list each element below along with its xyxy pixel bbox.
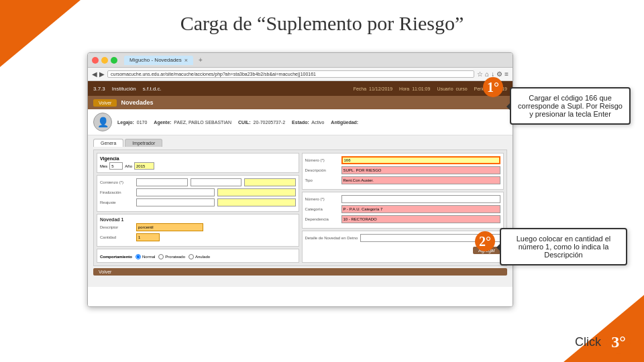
bottom-bar: Volver — [93, 268, 507, 276]
categoria-input[interactable] — [341, 205, 501, 213]
categoria-row: Categoría — [305, 205, 501, 213]
browser-chrome: Migucho - Novedades × + — [88, 53, 513, 68]
vigencia-mes-input[interactable] — [109, 162, 123, 170]
form-tabs: Genera Impetrador — [93, 139, 507, 147]
fin-anio[interactable] — [217, 188, 296, 196]
form-area: Genera Impetrador Vigencia Mes Año — [88, 135, 513, 287]
menu-icon[interactable]: ≡ — [504, 70, 508, 78]
browser-minimize-btn[interactable] — [101, 57, 108, 64]
reajuste-row: Reajuste — [100, 198, 296, 206]
cuil-field: CUIL: 20-70205737-2 — [238, 120, 285, 125]
avatar: 👤 — [93, 113, 112, 131]
numero-input[interactable] — [341, 156, 501, 164]
callout-2-text: Luego colocar en cantidad el número 1, c… — [517, 235, 611, 259]
dates-section: Comienzo (*) Finalización — [97, 175, 299, 212]
comportamiento-row: Comportamiento Normal Prorateado Anulado — [100, 254, 296, 259]
detalle-section: Detalle de Novedad en Detno Agregar — [302, 231, 504, 263]
comienzo-anio[interactable] — [244, 178, 296, 186]
browser-window: Migucho - Novedades × + ◀ ▶ cursomacuche… — [87, 52, 513, 307]
form-left: Vigencia Mes Año Comienzo (*) — [97, 153, 299, 263]
app-hora: Hora 11:01:09 — [399, 86, 430, 91]
radio-normal[interactable]: Normal — [136, 254, 155, 259]
person-info-bar: 👤 Legajo: 0170 Agente: PAEZ, PABLO SEBAS… — [88, 109, 513, 135]
hora-value: 11:01:09 — [412, 86, 430, 91]
comienzo-mes[interactable] — [191, 178, 242, 186]
app-institution: Institución — [112, 86, 136, 92]
numero-section: Número (*) Descripción Tipo — [302, 153, 504, 190]
app-header: 3.7.3 Institución s.f.t.d.c. Fecha 11/12… — [88, 81, 513, 96]
vigencia-anio-input[interactable] — [134, 162, 154, 170]
comienzo-dia[interactable] — [136, 178, 188, 186]
descripcion-row: Descripción — [305, 166, 501, 174]
numero2-row: Número (*) — [305, 195, 501, 203]
comienzo-row: Comienzo (*) — [100, 178, 296, 186]
hora-label: Hora — [399, 86, 409, 91]
usuario-value: curso — [455, 86, 467, 91]
browser-maximize-btn[interactable] — [111, 57, 117, 64]
tab-impetrador[interactable]: Impetrador — [125, 139, 162, 147]
agente-field: Agente: PAEZ, PABLO SEBASTIAN — [154, 120, 231, 125]
form-right: Número (*) Descripción Tipo — [302, 153, 504, 263]
callout-2: Luego colocar en cantidad el número 1, c… — [500, 228, 627, 265]
categoria-section: Número (*) Categoría Dependencia — [302, 192, 504, 229]
app-fecha: Fecha 11/12/2019 — [354, 86, 392, 91]
home-icon[interactable]: ⌂ — [485, 70, 489, 78]
descriptor-input[interactable] — [136, 223, 203, 231]
fecha-label: Fecha — [354, 86, 366, 91]
app-sub-institution: s.f.t.d.c. — [143, 86, 162, 92]
browser-close-btn[interactable] — [92, 57, 99, 64]
radio-prorateado[interactable]: Prorateado — [158, 254, 185, 259]
dependencia-input[interactable] — [341, 215, 501, 223]
tipo-row: Tipo — [305, 176, 501, 184]
comportamiento-section: Comportamiento Normal Prorateado Anulado — [97, 249, 299, 263]
fecha-value: 11/12/2019 — [369, 86, 392, 91]
browser-urlbar: ◀ ▶ cursomacuche.uns.edu.ar/site/macuche… — [88, 68, 513, 81]
settings-icon[interactable]: ⚙ — [496, 70, 502, 78]
dependencia-row: Dependencia — [305, 215, 501, 223]
nav-buttons: ◀ ▶ — [92, 70, 105, 78]
url-bar[interactable]: cursomacuche.uns.edu.ar/site/macuche/acc… — [107, 70, 474, 78]
browser-tab[interactable]: Migucho - Novedades × — [124, 56, 193, 65]
nav-back-icon[interactable]: ◀ — [92, 70, 97, 78]
app-version: 3.7.3 — [93, 86, 105, 92]
step-1-badge: 1° — [483, 77, 503, 97]
descripcion-input[interactable] — [341, 166, 501, 174]
main-toolbar: Volver Novedades — [88, 96, 513, 109]
descriptor-row: Descriptor — [100, 223, 296, 231]
callout-3-area: Click 3° — [575, 330, 631, 354]
browser-new-tab[interactable]: + — [199, 56, 203, 64]
reajuste-mes[interactable] — [136, 198, 215, 206]
vigencia-label: Vigencia — [100, 156, 296, 161]
volver-button[interactable]: Volver — [93, 99, 117, 107]
callout-1-text: Cargar el código 166 que corresponde a S… — [518, 94, 623, 118]
cantidad-input[interactable] — [136, 233, 160, 241]
star-icon[interactable]: ☆ — [477, 70, 483, 78]
vigencia-section: Vigencia Mes Año — [97, 153, 299, 173]
numero-row: Número (*) — [305, 156, 501, 164]
estado-field: Estado: Activo — [292, 120, 324, 125]
fin-mes[interactable] — [136, 188, 215, 196]
novedad-section: Novedad 1 Descriptor Cantidad — [97, 214, 299, 247]
browser-tab-label: Migucho - Novedades — [129, 57, 182, 63]
browser-tab-close[interactable]: × — [184, 57, 188, 64]
radio-anulado[interactable]: Anulado — [189, 254, 210, 259]
antiguedad-field: Antigüedad: — [331, 120, 358, 125]
tipo-input[interactable] — [341, 176, 501, 184]
slide-background: Carga de “Suplemento por Riesgo” Migucho… — [0, 0, 644, 362]
reajuste-anio[interactable] — [217, 198, 296, 206]
click-label: Click — [575, 335, 601, 349]
app-usuario: Usuario curso — [437, 86, 467, 91]
bottom-volver-button[interactable]: Volver — [93, 268, 507, 276]
usuario-label: Usuario — [437, 86, 453, 91]
tab-genera[interactable]: Genera — [93, 139, 123, 147]
finalizacion-row: Finalización — [100, 188, 296, 196]
vigencia-row: Mes Año — [100, 162, 296, 170]
nav-forward-icon[interactable]: ▶ — [99, 70, 105, 78]
legajo-field: Legajo: 0170 — [117, 120, 147, 125]
step-3-badge: 3° — [606, 330, 631, 354]
app-content: 3.7.3 Institución s.f.t.d.c. Fecha 11/12… — [88, 81, 513, 306]
callout-1: Cargar el código 166 que corresponde a S… — [510, 87, 631, 125]
page-title: Carga de “Suplemento por Riesgo” — [0, 12, 644, 35]
person-details: Legajo: 0170 Agente: PAEZ, PABLO SEBASTI… — [117, 120, 358, 125]
numero2-input[interactable] — [341, 195, 501, 203]
